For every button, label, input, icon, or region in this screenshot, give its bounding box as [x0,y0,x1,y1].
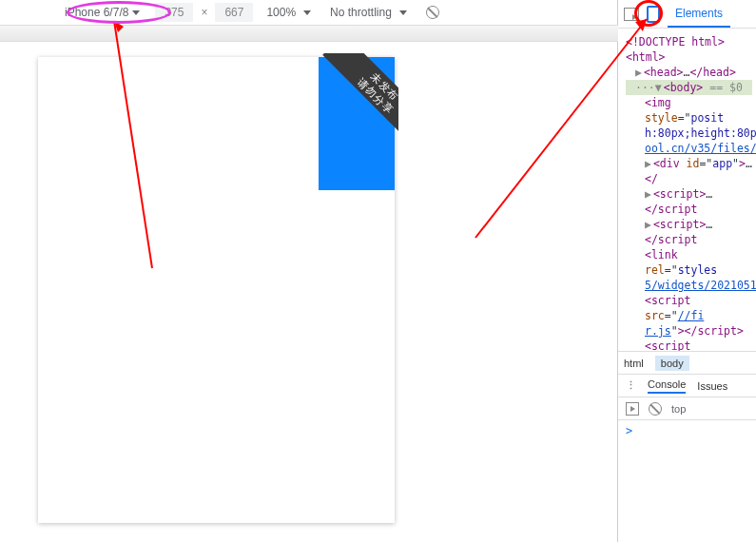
chevron-down-icon [303,10,311,15]
dom-line[interactable]: <script src="//fi [626,293,752,323]
zoom-label: 100% [266,6,296,19]
corner-ribbon: 未发布 请勿分享 [308,53,398,144]
dom-tree[interactable]: <!DOCTYPE html><html>▶<head>…</head>···▼… [618,29,756,352]
dom-line[interactable]: ···▼<body> == $0 [626,80,752,95]
device-toolbar: iPhone 6/7/8 × 100% No throttling [57,0,445,25]
devtools-icon-row: Elements [618,0,756,29]
dom-line[interactable]: <img style="posit [626,95,752,126]
breadcrumb-body[interactable]: body [655,356,689,371]
devtools-pane: Elements <!DOCTYPE html><html>▶<head>…</… [618,0,756,542]
dom-line[interactable]: 5/widgets/2021051 [626,278,752,293]
dom-breadcrumb[interactable]: html body [618,352,756,375]
dom-line[interactable]: <!DOCTYPE html> [626,34,752,49]
tab-issues[interactable]: Issues [697,380,727,392]
execution-context-icon[interactable] [626,402,639,416]
drawer-tabs: ⋮ Console Issues [618,375,756,397]
dom-line[interactable]: r.js"></script> [626,323,752,339]
dom-line[interactable]: ▶<script>…</script [626,217,752,247]
device-select-label: iPhone 6/7/8 [65,6,128,19]
ruler-horizontal [0,25,618,42]
device-viewport[interactable]: 未发布 请勿分享 [38,57,395,523]
toggle-device-icon[interactable] [647,6,660,23]
dom-line[interactable]: h:80px;height:80p [626,126,752,141]
context-top[interactable]: top [671,403,686,415]
tab-elements[interactable]: Elements [668,1,730,28]
clear-console-icon[interactable] [649,402,662,416]
chevron-down-icon [132,10,140,15]
throttling-label: No throttling [330,6,392,19]
width-input[interactable] [155,3,193,22]
rotate-icon [426,6,439,19]
device-select[interactable]: iPhone 6/7/8 [57,2,147,23]
dom-line[interactable]: <script src="//fi [626,339,752,352]
more-icon[interactable]: ⋮ [626,379,636,392]
device-preview-pane: iPhone 6/7/8 × 100% No throttling 未发布 请勿… [0,0,618,542]
dom-line[interactable]: ▶<head>…</head> [626,65,752,80]
zoom-select[interactable]: 100% [261,6,317,19]
throttling-select[interactable]: No throttling [324,6,413,19]
dom-line[interactable]: ▶<script>…</script [626,186,752,217]
tab-console[interactable]: Console [648,378,686,394]
console-toolbar: top [618,397,756,420]
dom-line[interactable]: ool.cn/v35/files/ [626,141,752,156]
rotate-button[interactable] [420,6,445,19]
height-input[interactable] [215,3,253,22]
dom-line[interactable]: <link rel="styles [626,247,752,278]
breadcrumb-html[interactable]: html [624,358,644,369]
chevron-down-icon [399,10,407,15]
dom-line[interactable]: <html> [626,49,752,65]
dimension-separator: × [201,6,207,19]
inspect-element-icon[interactable] [624,8,639,21]
console-prompt[interactable]: > [618,420,756,441]
dom-line[interactable]: ▶<div id="app">…</ [626,156,752,186]
ribbon-label: 未发布 请勿分享 [322,53,398,144]
